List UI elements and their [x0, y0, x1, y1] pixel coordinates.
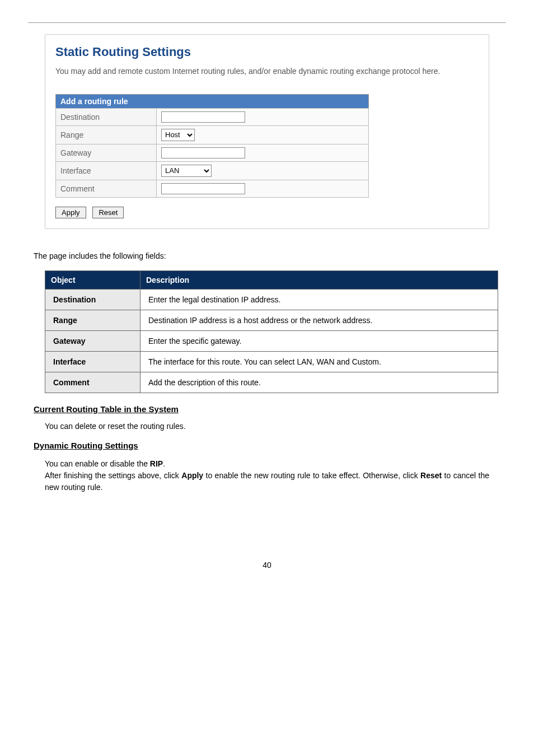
gateway-input[interactable] [161, 147, 245, 158]
reset-button[interactable]: Reset [92, 207, 124, 218]
destination-cell [157, 108, 369, 125]
object-cell: Interface [45, 351, 140, 372]
table-row: Range Destination IP address is a host a… [45, 310, 498, 330]
table-row: Interface The interface for this route. … [45, 351, 498, 372]
rip-bold: RIP [150, 459, 163, 468]
object-cell: Destination [45, 289, 140, 310]
table-row: Destination Enter the legal destination … [45, 289, 498, 310]
desc-cell: Destination IP address is a host address… [140, 310, 498, 330]
comment-cell [157, 180, 369, 197]
apply-bold: Apply [181, 471, 203, 480]
interface-cell: LAN [157, 161, 369, 180]
field-description-table: Object Description Destination Enter the… [45, 270, 498, 393]
button-row: Apply Reset [55, 207, 479, 218]
top-divider [28, 22, 506, 23]
object-cell: Range [45, 310, 140, 330]
panel-title: Static Routing Settings [55, 45, 479, 59]
comment-label: Comment [56, 180, 157, 197]
form-section-header: Add a routing rule [55, 94, 369, 108]
object-cell: Comment [45, 372, 140, 393]
dynamic-routing-text: You can enable or disable the RIP. After… [45, 458, 489, 493]
row-interface: Interface LAN [56, 161, 369, 180]
destination-input[interactable] [161, 111, 245, 123]
object-header: Object [45, 270, 140, 289]
table-row: Gateway Enter the specific gateway. [45, 330, 498, 351]
panel-description: You may add and remote custom Internet r… [55, 66, 479, 77]
row-gateway: Gateway [56, 144, 369, 161]
gateway-cell [157, 144, 369, 161]
current-routing-text: You can delete or reset the routing rule… [45, 422, 500, 431]
object-cell: Gateway [45, 330, 140, 351]
page-number: 40 [28, 561, 506, 570]
dyn-text-1c: . [163, 459, 165, 468]
intro-text: The page includes the following fields: [34, 251, 500, 260]
routing-form-table: Destination Range Host Gateway Interface [55, 108, 369, 198]
interface-select[interactable]: LAN [161, 165, 212, 177]
apply-button[interactable]: Apply [55, 207, 86, 218]
desc-cell: Enter the specific gateway. [140, 330, 498, 351]
comment-input[interactable] [161, 183, 245, 194]
desc-cell: Enter the legal destination IP address. [140, 289, 498, 310]
current-routing-heading: Current Routing Table in the System [34, 404, 506, 414]
dynamic-routing-heading: Dynamic Routing Settings [34, 441, 506, 450]
description-header: Description [140, 270, 498, 289]
gateway-label: Gateway [56, 144, 157, 161]
row-range: Range Host [56, 125, 369, 144]
range-label: Range [56, 125, 157, 144]
row-destination: Destination [56, 108, 369, 125]
dyn-text-2b: to enable the new routing rule to take e… [203, 471, 420, 480]
desc-cell: Add the description of this route. [140, 372, 498, 393]
reset-bold: Reset [420, 471, 442, 480]
range-cell: Host [157, 125, 369, 144]
destination-label: Destination [56, 108, 157, 125]
interface-label: Interface [56, 161, 157, 180]
dyn-text-2a: After finishing the settings above, clic… [45, 471, 181, 480]
desc-cell: The interface for this route. You can se… [140, 351, 498, 372]
static-routing-panel: Static Routing Settings You may add and … [45, 34, 489, 229]
range-select[interactable]: Host [161, 129, 195, 141]
row-comment: Comment [56, 180, 369, 197]
dyn-text-1a: You can enable or disable the [45, 459, 150, 468]
desc-header-row: Object Description [45, 270, 498, 289]
table-row: Comment Add the description of this rout… [45, 372, 498, 393]
